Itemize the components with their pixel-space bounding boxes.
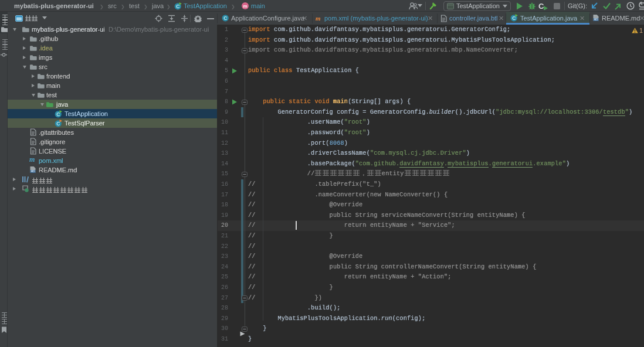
svg-text:C: C — [56, 111, 60, 117]
svg-text:C: C — [223, 15, 227, 21]
svg-text:m: m — [243, 4, 247, 9]
svg-text:MD: MD — [594, 18, 599, 21]
svg-text:C: C — [512, 15, 516, 21]
svg-text:C: C — [538, 2, 544, 10]
svg-text:MD: MD — [31, 170, 36, 173]
svg-text:C: C — [176, 4, 179, 9]
svg-text:C: C — [56, 121, 60, 127]
